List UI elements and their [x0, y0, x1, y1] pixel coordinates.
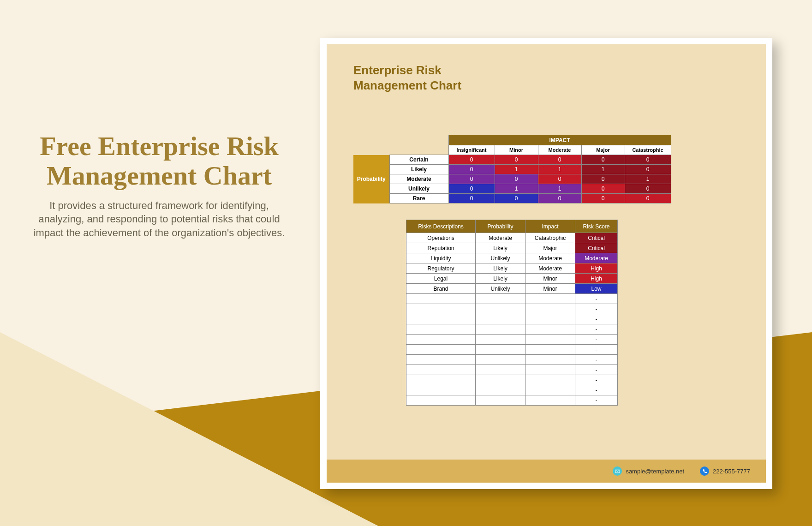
matrix-cell: 1 — [538, 184, 581, 194]
matrix-cell: 1 — [538, 165, 581, 174]
risk-cell-empty — [406, 314, 476, 324]
impact-matrix: IMPACT Insignificant Minor Moderate Majo… — [353, 135, 671, 203]
risk-cell-empty — [406, 294, 476, 304]
risk-score-empty: - — [575, 324, 618, 335]
risk-desc: Regulatory — [406, 263, 476, 274]
risk-cell-empty — [406, 345, 476, 355]
matrix-cell: 0 — [581, 155, 625, 165]
matrix-cell: 0 — [448, 174, 495, 184]
probability-level: Likely — [389, 165, 448, 174]
risk-prob: Moderate — [476, 233, 525, 243]
impact-header: IMPACT — [448, 135, 671, 145]
probability-level: Rare — [389, 194, 448, 203]
risk-cell-empty — [406, 324, 476, 335]
risk-score-empty: - — [575, 345, 618, 355]
risk-cell-empty — [525, 385, 575, 395]
matrix-cell: 0 — [581, 174, 625, 184]
page-title: Free Enterprise Risk Management Chart — [23, 132, 295, 191]
risk-row-empty: - — [406, 335, 618, 345]
impact-labels-row: Insignificant Minor Moderate Major Catas… — [353, 145, 671, 155]
risk-cell-empty — [476, 385, 525, 395]
risk-cell-empty — [406, 395, 476, 406]
email-icon — [613, 466, 622, 476]
matrix-cell: 0 — [538, 174, 581, 184]
footer-email-text: sample@template.net — [626, 468, 684, 475]
risk-cell-empty — [525, 345, 575, 355]
risk-prob: Likely — [476, 274, 525, 284]
document-footer: sample@template.net 222-555-7777 — [327, 460, 766, 483]
matrix-row: ProbabilityCertain00000 — [353, 155, 671, 165]
risks-header-imp: Impact — [525, 220, 575, 233]
risk-row: LegalLikelyMinorHigh — [406, 274, 618, 284]
impact-col-4: Catastrophic — [625, 145, 671, 155]
risk-cell-empty — [525, 355, 575, 365]
risk-impact: Moderate — [525, 253, 575, 263]
risk-cell-empty — [525, 335, 575, 345]
matrix-row: Unlikely01100 — [353, 184, 671, 194]
matrix-cell: 0 — [625, 165, 671, 174]
risk-row-empty: - — [406, 324, 618, 335]
risk-cell-empty — [476, 345, 525, 355]
risk-desc: Legal — [406, 274, 476, 284]
risk-cell-empty — [406, 304, 476, 314]
risk-row-empty: - — [406, 375, 618, 385]
marketing-panel: Free Enterprise Risk Management Chart It… — [23, 132, 295, 240]
risks-header-desc: Risks Descriptions — [406, 220, 476, 233]
risk-cell-empty — [525, 365, 575, 375]
matrix-cell: 0 — [448, 155, 495, 165]
risk-score-empty: - — [575, 395, 618, 406]
risk-cell-empty — [476, 304, 525, 314]
risk-cell-empty — [525, 304, 575, 314]
matrix-cell: 0 — [581, 184, 625, 194]
document-title-line1: Enterprise Risk — [353, 63, 442, 77]
template-preview: Enterprise Risk Management Chart IMPACT … — [320, 38, 772, 489]
risk-cell-empty — [525, 314, 575, 324]
matrix-row: Likely01110 — [353, 165, 671, 174]
risk-score: High — [575, 274, 618, 284]
risk-desc: Liquidity — [406, 253, 476, 263]
matrix-row: Rare00000 — [353, 194, 671, 203]
risk-cell-empty — [525, 375, 575, 385]
document-title: Enterprise Risk Management Chart — [353, 63, 461, 93]
risk-prob: Unlikely — [476, 253, 525, 263]
risk-score-empty: - — [575, 355, 618, 365]
footer-phone-text: 222-555-7777 — [713, 468, 750, 475]
risk-impact: Moderate — [525, 263, 575, 274]
impact-col-3: Major — [581, 145, 625, 155]
matrix-cell: 1 — [625, 174, 671, 184]
risk-cell-empty — [476, 395, 525, 406]
risk-score: Low — [575, 284, 618, 294]
risk-cell-empty — [476, 335, 525, 345]
risk-row-empty: - — [406, 314, 618, 324]
risk-row-empty: - — [406, 304, 618, 314]
matrix-cell: 0 — [581, 194, 625, 203]
risk-cell-empty — [525, 294, 575, 304]
matrix-cell: 0 — [448, 184, 495, 194]
risk-score-empty: - — [575, 304, 618, 314]
risk-impact: Minor — [525, 274, 575, 284]
document-title-line2: Management Chart — [353, 78, 461, 92]
risk-cell-empty — [476, 294, 525, 304]
risk-cell-empty — [476, 365, 525, 375]
risk-score-empty: - — [575, 385, 618, 395]
matrix-cell: 0 — [625, 194, 671, 203]
matrix-cell: 0 — [495, 174, 538, 184]
risk-prob: Likely — [476, 243, 525, 253]
matrix-cell: 0 — [448, 194, 495, 203]
risk-score: Critical — [575, 233, 618, 243]
risk-score: Critical — [575, 243, 618, 253]
risk-prob: Likely — [476, 263, 525, 274]
matrix-cell: 0 — [448, 165, 495, 174]
risk-row: ReputationLikelyMajorCritical — [406, 243, 618, 253]
matrix-cell: 0 — [495, 194, 538, 203]
risk-score-empty: - — [575, 365, 618, 375]
risk-row: RegulatoryLikelyModerateHigh — [406, 263, 618, 274]
risks-header-prob: Probability — [476, 220, 525, 233]
risk-score-empty: - — [575, 314, 618, 324]
risk-cell-empty — [406, 335, 476, 345]
risk-cell-empty — [525, 395, 575, 406]
risk-cell-empty — [406, 365, 476, 375]
risk-cell-empty — [476, 314, 525, 324]
matrix-row: Moderate00001 — [353, 174, 671, 184]
risk-prob: Unlikely — [476, 284, 525, 294]
